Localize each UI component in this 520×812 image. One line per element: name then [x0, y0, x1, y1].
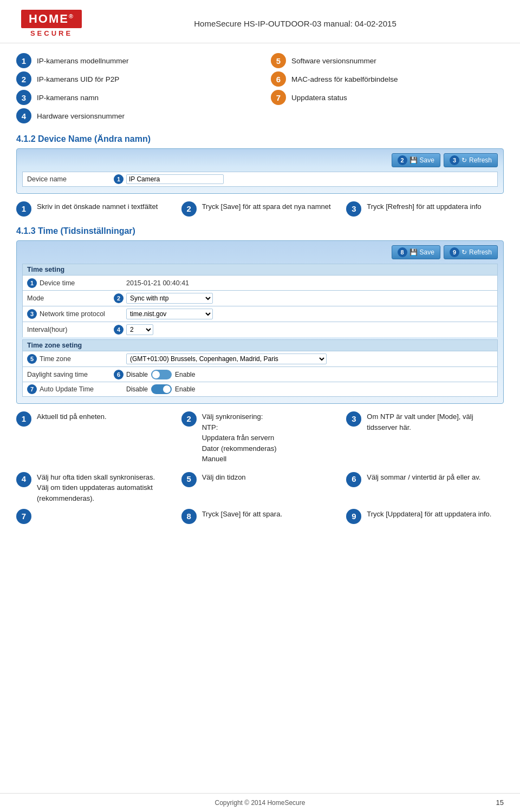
daylight-label: Daylight saving time	[27, 371, 114, 378]
auto-update-row: 7 Auto Update Time Disable Enable	[22, 382, 498, 397]
row-num-1: 1	[27, 278, 37, 288]
explain-item-b4: 4 Välj hur ofta tiden skall synkronisera…	[16, 472, 174, 504]
mode-row: Mode 2 Sync with ntp	[22, 290, 498, 306]
interval-select[interactable]: 2	[126, 324, 153, 335]
explain-item-t1: 1 Aktuell tid på enheten.	[16, 411, 174, 464]
circle-l9: 9	[346, 509, 361, 524]
instruction-text-b6: Välj sommar / vintertid är på eller av.	[367, 472, 480, 483]
instruction-text-b5: Välj din tidzon	[202, 472, 246, 483]
auto-update-toggle[interactable]	[151, 384, 172, 394]
header-title: HomeSecure HS-IP-OUTDOOR-03 manual: 04-0…	[87, 19, 504, 28]
footer-text: Copyright © 2014 HomeSecure	[215, 799, 306, 807]
info-grid: 1 IP-kamerans modellnummer 2 IP-kamerans…	[16, 53, 504, 123]
logo-secure: SECURE	[30, 29, 73, 37]
timezone-label: Time zone	[40, 355, 126, 363]
toggle-knob	[152, 371, 160, 378]
explain-item-l8: 8 Tryck [Save] för att spara.	[181, 509, 339, 524]
item-text: IP-kamerans UID för P2P	[37, 75, 119, 83]
explain-item-1: 1 Skriv in det önskade namnet i textfält…	[16, 201, 174, 217]
circle-1: 1	[16, 53, 31, 68]
time-zone-subheading: Time zone seting	[22, 339, 498, 351]
list-item: 6 MAC-adress för kabelförbindelse	[271, 71, 504, 87]
logo: HOME® SECURE	[16, 10, 87, 37]
ntp-select[interactable]: time.nist.gov	[126, 309, 213, 319]
row-num-6: 6	[114, 370, 123, 379]
save-button[interactable]: 2 💾 Save	[392, 153, 440, 167]
auto-update-label: Auto Update Time	[40, 385, 126, 393]
circle-l7: 7	[16, 509, 31, 524]
row-num-4: 4	[114, 325, 123, 335]
footer: Copyright © 2014 HomeSecure	[0, 793, 520, 812]
interval-label: Interval(hour)	[27, 326, 114, 333]
instruction-text-b4: Välj hur ofta tiden skall synkroniseras.…	[37, 472, 174, 504]
row-num-7: 7	[27, 384, 37, 394]
btn-num-8: 8	[398, 247, 407, 257]
enable-label: Enable	[175, 371, 195, 378]
time-panel: 8 💾 Save 9 ↻ Refresh Time seting 1 Devic…	[16, 240, 504, 404]
timezone-select[interactable]: (GMT+01:00) Brussels, Copenhagen, Madrid…	[126, 353, 327, 364]
device-time-row: 1 Device time 2015-01-21 00:40:41	[22, 275, 498, 290]
timezone-row: 5 Time zone (GMT+01:00) Brussels, Copenh…	[22, 351, 498, 366]
section-device-name-heading: 4.1.2 Device Name (Ändra namn)	[16, 134, 504, 144]
circle-t1: 1	[16, 411, 31, 427]
daylight-toggle-group: Disable Enable	[126, 370, 195, 379]
instruction-text-l9: Tryck [Uppdatera] för att uppdatera info…	[367, 509, 491, 520]
list-item: 7 Uppdatera status	[271, 90, 504, 105]
auto-update-toggle-group: Disable Enable	[126, 384, 195, 394]
list-item: 1 IP-kamerans modellnummer	[16, 53, 249, 68]
info-left: 1 IP-kamerans modellnummer 2 IP-kamerans…	[16, 53, 249, 123]
circle-1: 1	[16, 201, 31, 217]
circle-b4: 4	[16, 472, 31, 487]
time-instructions-bottom: 4 Välj hur ofta tiden skall synkronisera…	[16, 472, 504, 504]
explain-item-t2: 2 Välj synkronisering: NTP: Uppdatera fr…	[181, 411, 339, 464]
item-text: IP-kamerans namn	[37, 94, 99, 102]
explain-item-b5: 5 Välj din tidzon	[181, 472, 339, 504]
info-right: 5 Software versionsnummer 6 MAC-adress f…	[271, 53, 504, 123]
explain-item-b6: 6 Välj sommar / vintertid är på eller av…	[346, 472, 504, 504]
explain-item-l7: 7	[16, 509, 174, 524]
instruction-text-t1: Aktuell tid på enheten.	[37, 411, 107, 422]
circle-2: 2	[181, 201, 197, 217]
circle-4: 4	[16, 108, 31, 123]
circle-3: 3	[16, 90, 31, 105]
circle-6: 6	[271, 71, 286, 87]
daylight-toggle[interactable]	[151, 370, 172, 379]
refresh-button[interactable]: 3 ↻ Refresh	[444, 153, 498, 167]
list-item: 2 IP-kamerans UID för P2P	[16, 71, 249, 87]
circle-b6: 6	[346, 472, 361, 487]
toggle-knob-2	[163, 385, 171, 393]
item-text: Software versionsnummer	[291, 57, 376, 65]
item-text: MAC-adress för kabelförbindelse	[291, 75, 398, 83]
circle-l8: 8	[181, 509, 197, 524]
page-header: HOME® SECURE HomeSecure HS-IP-OUTDOOR-03…	[0, 0, 520, 43]
row-num-2: 2	[114, 293, 123, 303]
device-name-input[interactable]	[126, 174, 224, 184]
disable-label-2: Disable	[126, 385, 148, 393]
panel-toolbar-time: 8 💾 Save 9 ↻ Refresh	[22, 245, 498, 259]
device-time-label: Device time	[40, 279, 126, 287]
instruction-text-t2: Välj synkronisering: NTP: Uppdatera från…	[202, 411, 277, 464]
item-text: Uppdatera status	[291, 94, 347, 102]
btn-num-2: 2	[398, 155, 407, 165]
interval-row: Interval(hour) 4 2	[22, 322, 498, 337]
save-button-time[interactable]: 8 💾 Save	[392, 245, 440, 259]
daylight-row: Daylight saving time 6 Disable Enable	[22, 366, 498, 382]
circle-b5: 5	[181, 472, 197, 487]
btn-num-3: 3	[450, 155, 459, 165]
field-num: 1	[114, 174, 123, 184]
row-num-3: 3	[27, 309, 37, 319]
circle-5: 5	[271, 53, 286, 68]
mode-select[interactable]: Sync with ntp	[126, 293, 213, 304]
instruction-text: Tryck [Refresh] för att uppdatera info	[367, 201, 481, 212]
device-name-instructions: 1 Skriv in det önskade namnet i textfält…	[16, 201, 504, 217]
disable-label: Disable	[126, 371, 148, 378]
list-item: 5 Software versionsnummer	[271, 53, 504, 68]
time-seting-subheading: Time seting	[22, 264, 498, 275]
mode-label: Mode	[27, 294, 114, 302]
device-name-row: Device name 1	[22, 172, 498, 187]
refresh-button-time[interactable]: 9 ↻ Refresh	[444, 245, 498, 259]
panel-toolbar: 2 💾 Save 3 ↻ Refresh	[22, 153, 498, 167]
explain-item-l9: 9 Tryck [Uppdatera] för att uppdatera in…	[346, 509, 504, 524]
instruction-text: Tryck [Save] för att spara det nya namne…	[202, 201, 331, 212]
explain-item-2: 2 Tryck [Save] för att spara det nya nam…	[181, 201, 339, 217]
